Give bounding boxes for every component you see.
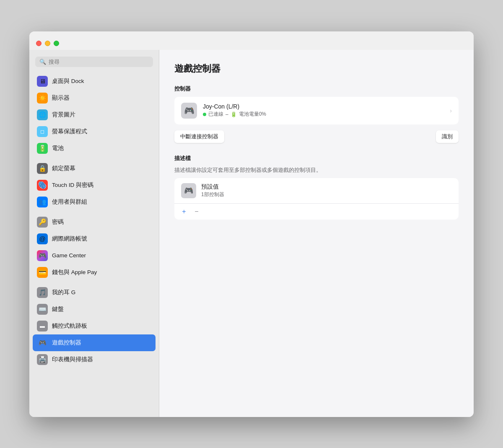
sidebar-item-label: 我的耳 G — [52, 289, 75, 296]
sidebar-item-lock[interactable]: 🔒 鎖定螢幕 — [33, 160, 156, 177]
wallet-icon: 💳 — [37, 267, 48, 278]
battery-icon-wrap: 🔋 — [231, 111, 237, 117]
profile-row[interactable]: 🎮 預設值 1部控制器 — [174, 178, 459, 203]
sidebar-item-label: 桌面與 Dock — [52, 78, 84, 85]
sidebar-item-password[interactable]: 🔑 密碼 — [33, 214, 156, 230]
profile-name: 預設值 — [201, 183, 224, 191]
sidebar-item-label: Touch ID 與密碼 — [52, 181, 93, 189]
page-title: 遊戲控制器 — [174, 62, 459, 75]
profile-info: 預設值 1部控制器 — [201, 183, 224, 198]
sidebar-item-touchid[interactable]: 🫆 Touch ID 與密碼 — [33, 177, 156, 194]
sidebar-item-label: 印表機與掃描器 — [52, 356, 93, 363]
system-preferences-window: 🔍 🖥 桌面與 Dock ☀️ 顯示器 🌐 背景圖片 — [29, 31, 474, 417]
add-profile-button[interactable]: + — [179, 206, 189, 217]
controller-name: Joy-Con (L/R) — [203, 103, 444, 110]
status-connected-label: 已連線 — [208, 111, 223, 118]
battery-label: 電池電量0% — [239, 111, 266, 118]
sidebar-item-label: 密碼 — [52, 218, 64, 226]
sidebar-item-internet[interactable]: @ 網際網路帳號 — [33, 230, 156, 247]
battery-icon: 🔋 — [37, 143, 48, 154]
trackpad-icon: ▬ — [37, 321, 48, 331]
sidebar-item-label: 電池 — [52, 145, 64, 152]
wallpaper-icon: 🌐 — [37, 109, 48, 120]
myearG-icon: 🎵 — [37, 287, 48, 298]
traffic-lights — [36, 41, 59, 46]
controller-info: Joy-Con (L/R) 已連線 – 🔋 電池電量0% — [203, 103, 444, 118]
sidebar-item-desk-dock[interactable]: 🖥 桌面與 Dock — [33, 73, 156, 90]
sidebar-item-battery[interactable]: 🔋 電池 — [33, 140, 156, 157]
sidebar-item-label: 背景圖片 — [52, 111, 75, 119]
maximize-button[interactable] — [54, 41, 59, 46]
keyboard-icon: ⌨️ — [37, 304, 48, 315]
disconnect-button[interactable]: 中斷連接控制器 — [174, 130, 224, 143]
status-separator: – — [226, 111, 228, 117]
desk-dock-icon: 🖥 — [37, 76, 48, 87]
remove-profile-button[interactable]: − — [191, 206, 202, 217]
password-icon: 🔑 — [37, 217, 48, 228]
controller-status: 已連線 – 🔋 電池電量0% — [203, 111, 444, 118]
sidebar-item-label: 鎖定螢幕 — [52, 165, 75, 172]
sidebar-item-label: 螢幕保護程式 — [52, 128, 87, 135]
controller-card: 🎮 Joy-Con (L/R) 已連線 – 🔋 電池電量0% — [174, 97, 459, 124]
display-icon: ☀️ — [37, 93, 48, 104]
section-profile-label: 描述檔 — [174, 155, 459, 162]
main-panel: 遊戲控制器 控制器 🎮 Joy-Con (L/R) 已連線 – 🔋 — [159, 50, 474, 417]
identify-button[interactable]: 識別 — [436, 130, 459, 143]
sidebar-item-keyboard[interactable]: ⌨️ 鍵盤 — [33, 301, 156, 318]
touchid-icon: 🫆 — [37, 180, 48, 191]
screensaver-icon: ◻ — [37, 126, 48, 137]
search-container: 🔍 — [29, 54, 159, 73]
sidebar-item-gamecontroller[interactable]: 🎮 遊戲控制器 — [33, 334, 156, 351]
sidebar-item-label: 錢包與 Apple Pay — [52, 269, 97, 276]
sidebar-item-label: Game Center — [52, 252, 86, 259]
sidebar-item-trackpad[interactable]: ▬ 觸控式軌跡板 — [33, 318, 156, 334]
chevron-right-icon: › — [450, 107, 452, 114]
sidebar-item-screensaver[interactable]: ◻ 螢幕保護程式 — [33, 123, 156, 140]
profile-description: 描述檔讓你設定可套用至多部控制器或多個遊戲的控制項目。 — [174, 166, 459, 174]
search-input[interactable] — [49, 59, 149, 65]
sidebar: 🔍 🖥 桌面與 Dock ☀️ 顯示器 🌐 背景圖片 — [29, 50, 159, 417]
action-buttons: 中斷連接控制器 識別 — [174, 130, 459, 143]
profile-icon: 🎮 — [181, 183, 196, 198]
sidebar-item-label: 遊戲控制器 — [52, 339, 81, 347]
profile-section: 描述檔 描述檔讓你設定可套用至多部控制器或多個遊戲的控制項目。 🎮 預設值 1部… — [174, 155, 459, 220]
controller-icon: 🎮 — [181, 103, 197, 119]
search-icon: 🔍 — [39, 59, 46, 65]
profile-sub: 1部控制器 — [201, 191, 224, 198]
sidebar-item-label: 使用者與群組 — [52, 198, 87, 206]
sidebar-item-label: 網際網路帳號 — [52, 235, 87, 243]
sidebar-item-printer[interactable]: 🖨️ 印表機與掃描器 — [33, 351, 156, 368]
profile-actions: + − — [174, 203, 459, 220]
gamecenter-icon: 🎮 — [37, 250, 48, 261]
battery-symbol: 🔋 — [231, 111, 237, 117]
sidebar-item-myearG[interactable]: 🎵 我的耳 G — [33, 284, 156, 301]
sidebar-item-display[interactable]: ☀️ 顯示器 — [33, 90, 156, 106]
sidebar-item-label: 觸控式軌跡板 — [52, 322, 87, 330]
section-controller-label: 控制器 — [174, 85, 459, 93]
users-icon: 👥 — [37, 197, 48, 207]
sidebar-item-wallet[interactable]: 💳 錢包與 Apple Pay — [33, 264, 156, 281]
profile-card: 🎮 預設值 1部控制器 + − — [174, 178, 459, 220]
internet-icon: @ — [37, 233, 48, 244]
gamecontroller-icon: 🎮 — [37, 337, 48, 348]
printer-icon: 🖨️ — [37, 354, 48, 365]
content-area: 🔍 🖥 桌面與 Dock ☀️ 顯示器 🌐 背景圖片 — [29, 50, 474, 417]
sidebar-item-label: 鍵盤 — [52, 306, 64, 313]
search-box[interactable]: 🔍 — [35, 57, 153, 67]
close-button[interactable] — [36, 41, 41, 46]
sidebar-item-users[interactable]: 👥 使用者與群組 — [33, 194, 156, 210]
titlebar — [29, 31, 474, 50]
sidebar-item-wallpaper[interactable]: 🌐 背景圖片 — [33, 106, 156, 123]
sidebar-items: 🖥 桌面與 Dock ☀️ 顯示器 🌐 背景圖片 ◻ 螢幕保護程式 🔋 — [29, 73, 159, 413]
sidebar-item-gamecenter[interactable]: 🎮 Game Center — [33, 247, 156, 264]
lock-icon: 🔒 — [37, 163, 48, 174]
minimize-button[interactable] — [45, 41, 50, 46]
controller-row[interactable]: 🎮 Joy-Con (L/R) 已連線 – 🔋 電池電量0% — [174, 97, 459, 124]
status-connected-dot — [203, 113, 206, 116]
sidebar-item-label: 顯示器 — [52, 94, 70, 102]
